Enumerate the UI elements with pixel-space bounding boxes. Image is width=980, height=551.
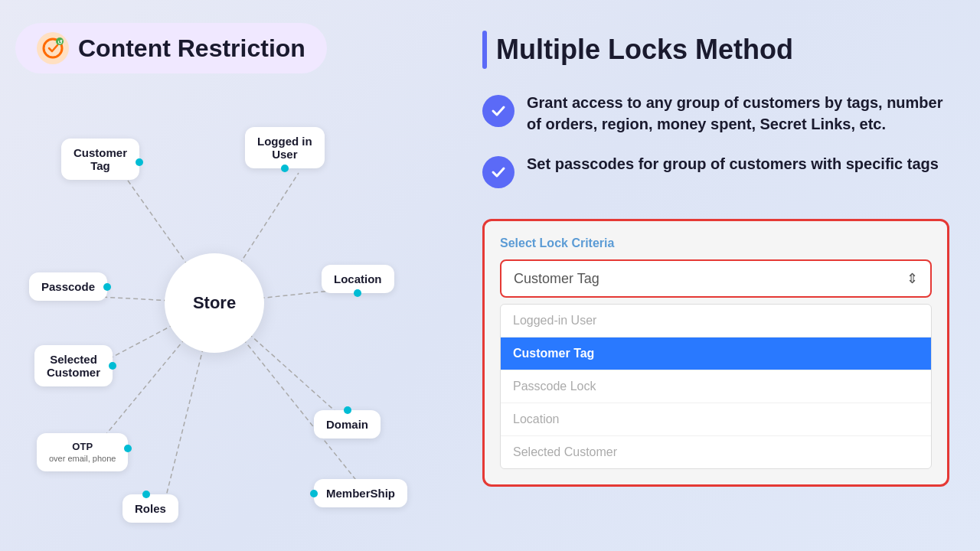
node-passcode: Passcode [29, 272, 107, 301]
option-selected-customer[interactable]: Selected Customer [501, 436, 931, 468]
title-bar [482, 31, 487, 69]
node-logged-in-user: Logged inUser [245, 127, 325, 168]
node-membership: MemberShip [314, 479, 407, 507]
dropdown-options: Logged-in User Customer Tag Passcode Loc… [500, 304, 932, 469]
feature-list: Grant access to any group of customers b… [482, 92, 949, 188]
node-domain: Domain [314, 410, 381, 439]
select-display[interactable]: Customer Tag ⇕ [500, 259, 932, 298]
left-panel: ↺ Content Restriction [0, 0, 459, 551]
option-customer-tag[interactable]: Customer Tag [501, 337, 931, 370]
section-title: Multiple Locks Method [482, 31, 949, 69]
option-passcode-lock[interactable]: Passcode Lock [501, 370, 931, 403]
select-current-value: Customer Tag [514, 271, 599, 287]
option-location[interactable]: Location [501, 403, 931, 436]
header-title: Content Restriction [78, 34, 305, 63]
check-icon-1 [482, 95, 514, 127]
section-heading: Multiple Locks Method [496, 34, 793, 66]
dropdown-label: Select Lock Criteria [500, 236, 932, 250]
store-node: Store [165, 253, 264, 353]
mindmap-container: Store CustomerTag Logged inUser Location… [15, 104, 444, 533]
select-arrow-icon: ⇕ [906, 270, 918, 287]
node-location: Location [322, 265, 394, 293]
node-selected-customer: SelectedCustomer [34, 345, 113, 386]
header-badge: ↺ Content Restriction [15, 23, 327, 73]
feature-text-2: Set passcodes for group of customers wit… [527, 153, 939, 174]
content-restriction-icon: ↺ [37, 32, 69, 64]
feature-item-2: Set passcodes for group of customers wit… [482, 153, 949, 188]
option-logged-in-user[interactable]: Logged-in User [501, 305, 931, 337]
node-otp: OTPover email, phone [37, 433, 128, 471]
feature-text-1: Grant access to any group of customers b… [527, 92, 949, 135]
dropdown-box: Select Lock Criteria Customer Tag ⇕ Logg… [482, 219, 949, 487]
right-panel: Multiple Locks Method Grant access to an… [459, 0, 980, 551]
check-icon-2 [482, 156, 514, 188]
node-roles: Roles [122, 494, 178, 523]
svg-point-0 [37, 32, 69, 64]
feature-item-1: Grant access to any group of customers b… [482, 92, 949, 135]
svg-text:↺: ↺ [57, 39, 63, 46]
node-customer-tag: CustomerTag [61, 139, 139, 180]
